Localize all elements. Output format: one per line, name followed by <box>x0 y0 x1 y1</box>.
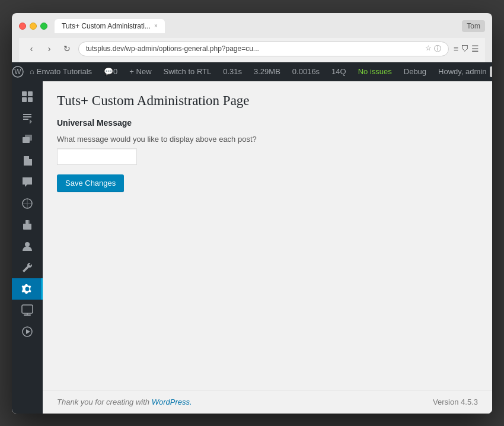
sidebar-item-plugins[interactable] <box>12 214 43 236</box>
info-icon: ⓘ <box>434 44 441 54</box>
star-icon: ☆ <box>425 44 432 54</box>
admin-bar-items: ⌂ Envato Tutorials 💬 0 + New Switch to R… <box>24 62 352 81</box>
wp-admin-bar: W ⌂ Envato Tutorials 💬 0 + New Switch to… <box>12 62 492 81</box>
svg-text:W: W <box>14 68 21 76</box>
admin-bar-debug[interactable]: Debug <box>398 62 432 81</box>
refresh-button[interactable]: ↻ <box>60 42 74 55</box>
footer-wordpress-link-text: WordPress. <box>152 398 192 406</box>
home-icon: ⌂ <box>30 67 34 76</box>
browser-tabs: Tuts+ Custom Administrati... × <box>55 19 462 33</box>
shield-icon: ⛉ <box>461 44 469 53</box>
svg-rect-10 <box>23 224 31 230</box>
svg-rect-2 <box>22 91 27 96</box>
sidebar-item-media[interactable] <box>12 129 43 150</box>
svg-point-13 <box>25 242 30 247</box>
content-spacer <box>43 224 492 390</box>
sidebar-item-run[interactable] <box>12 321 43 342</box>
switch-rtl-label: Switch to RTL <box>164 67 212 76</box>
layers-icon: ≡ <box>454 44 458 53</box>
admin-bar-comments[interactable]: 💬 0 <box>98 62 123 81</box>
sidebar-item-posts[interactable] <box>12 107 43 129</box>
wp-footer: Thank you for creating with WordPress. V… <box>43 390 492 414</box>
no-issues-label: No issues <box>358 67 392 76</box>
address-text: tutsplus.dev/wp-admin/options-general.ph… <box>86 44 422 53</box>
browser-content: W ⌂ Envato Tutorials 💬 0 + New Switch to… <box>12 62 492 414</box>
minimize-window-button[interactable] <box>30 23 37 30</box>
admin-bar-queries: 14Q <box>326 62 352 81</box>
svg-rect-5 <box>28 97 33 102</box>
tab-title: Tuts+ Custom Administrati... <box>62 22 151 30</box>
browser-profile[interactable]: Tom <box>462 20 485 32</box>
footer-version: Version 4.5.3 <box>433 398 478 406</box>
admin-bar-home[interactable]: ⌂ Envato Tutorials <box>24 62 98 81</box>
wp-logo-icon[interactable]: W <box>12 62 24 81</box>
wp-sidebar <box>12 81 43 414</box>
svg-rect-15 <box>24 314 31 316</box>
browser-addressbar: ‹ › ↻ tutsplus.dev/wp-admin/options-gene… <box>19 38 485 62</box>
memory-label: 3.29MB <box>254 67 280 76</box>
address-bar[interactable]: tutsplus.dev/wp-admin/options-general.ph… <box>78 42 449 56</box>
svg-rect-4 <box>22 97 27 102</box>
close-window-button[interactable] <box>19 23 26 30</box>
address-icons: ☆ ⓘ <box>425 44 441 54</box>
sidebar-item-pages[interactable] <box>12 150 43 171</box>
admin-bar-new[interactable]: + New <box>123 62 157 81</box>
time-label: 0.31s <box>223 67 242 76</box>
tab-close-button[interactable]: × <box>154 23 158 29</box>
svg-rect-7 <box>25 135 32 141</box>
svg-rect-14 <box>22 305 33 313</box>
browser-titlebar: Tuts+ Custom Administrati... × Tom ‹ › ↻… <box>12 13 492 62</box>
comment-count: 0 <box>113 67 117 76</box>
svg-marker-18 <box>26 329 30 334</box>
page-title: Tuts+ Custom Administration Page <box>57 93 478 109</box>
new-item-label: + New <box>129 67 151 76</box>
admin-bar-no-issues[interactable]: No issues <box>352 62 398 81</box>
field-label: What message would you like to display a… <box>57 135 478 144</box>
save-changes-button[interactable]: Save Changes <box>57 174 124 192</box>
footer-thank-you-text: Thank you for creating with <box>57 398 152 406</box>
universal-message-input[interactable] <box>57 148 137 165</box>
debug-label: Debug <box>404 67 426 76</box>
sidebar-item-users[interactable] <box>12 236 43 257</box>
sidebar-item-tools[interactable] <box>12 257 43 278</box>
comment-icon: 💬 <box>104 67 113 76</box>
wp-main-content: Tuts+ Custom Administration Page Univers… <box>43 81 492 224</box>
browser-toolbar-icons: ≡ ⛉ ☰ <box>454 44 479 53</box>
admin-bar-howdy[interactable]: Howdy, admin <box>432 62 492 81</box>
forward-button[interactable]: › <box>43 42 56 55</box>
admin-bar-site-name: Envato Tutorials <box>37 67 92 76</box>
save-changes-label: Save Changes <box>65 179 116 187</box>
admin-bar-time: 0.31s <box>217 62 248 81</box>
menu-icon: ☰ <box>471 44 479 53</box>
query-time-label: 0.0016s <box>292 67 320 76</box>
admin-bar-switch-rtl[interactable]: Switch to RTL <box>158 62 218 81</box>
admin-bar-right: No issues Debug Howdy, admin <box>352 62 492 81</box>
queries-label: 14Q <box>331 67 346 76</box>
maximize-window-button[interactable] <box>40 23 47 30</box>
browser-tab-active[interactable]: Tuts+ Custom Administrati... × <box>55 19 165 33</box>
footer-wordpress-link[interactable]: WordPress. <box>152 398 192 406</box>
admin-bar-memory: 3.29MB <box>248 62 286 81</box>
svg-rect-3 <box>28 91 33 96</box>
traffic-lights <box>19 23 47 30</box>
sidebar-item-comments[interactable] <box>12 171 43 193</box>
sidebar-item-appearance[interactable] <box>12 193 43 214</box>
user-avatar <box>490 66 492 77</box>
back-button[interactable]: ‹ <box>25 42 38 55</box>
footer-left-text: Thank you for creating with WordPress. <box>57 398 192 406</box>
sidebar-item-settings[interactable] <box>12 278 43 300</box>
howdy-label: Howdy, admin <box>438 67 486 76</box>
wp-layout: Tuts+ Custom Administration Page Univers… <box>12 81 492 414</box>
browser-window: Tuts+ Custom Administrati... × Tom ‹ › ↻… <box>12 13 492 414</box>
sidebar-item-custom[interactable] <box>12 300 43 321</box>
section-title: Universal Message <box>57 118 478 128</box>
sidebar-item-dashboard[interactable] <box>12 86 43 107</box>
admin-bar-query-time: 0.0016s <box>286 62 326 81</box>
